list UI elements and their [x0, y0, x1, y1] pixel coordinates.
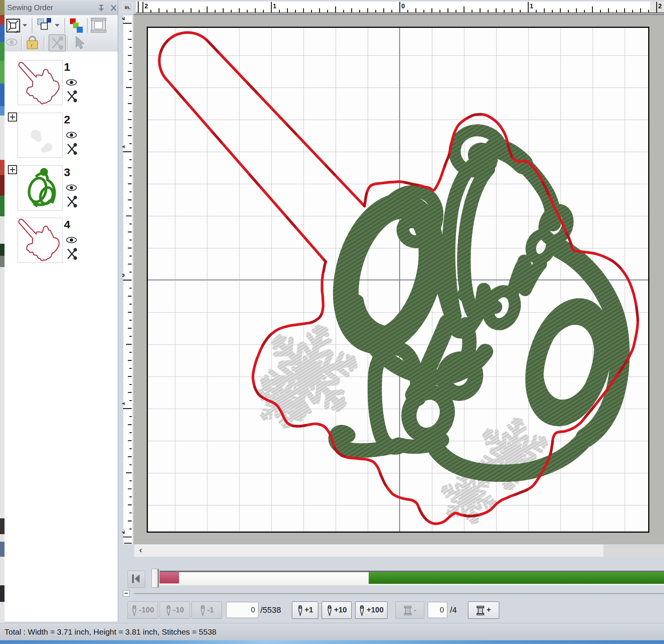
- svg-text:r: r: [31, 43, 33, 49]
- svg-text:2: 2: [144, 3, 148, 10]
- svg-text:2: 2: [64, 113, 70, 126]
- svg-text:1: 1: [122, 402, 126, 406]
- svg-text:2: 2: [122, 530, 126, 534]
- svg-text:1: 1: [530, 3, 533, 10]
- svg-text:1: 1: [273, 3, 276, 10]
- svg-text:4: 4: [64, 218, 70, 231]
- svg-text:3: 3: [64, 166, 70, 178]
- svg-text:2: 2: [658, 3, 662, 10]
- svg-text:1: 1: [122, 145, 126, 149]
- svg-text:1: 1: [64, 61, 70, 73]
- svg-text:0: 0: [122, 273, 126, 277]
- svg-text:0: 0: [401, 3, 405, 10]
- svg-text:2: 2: [122, 17, 126, 20]
